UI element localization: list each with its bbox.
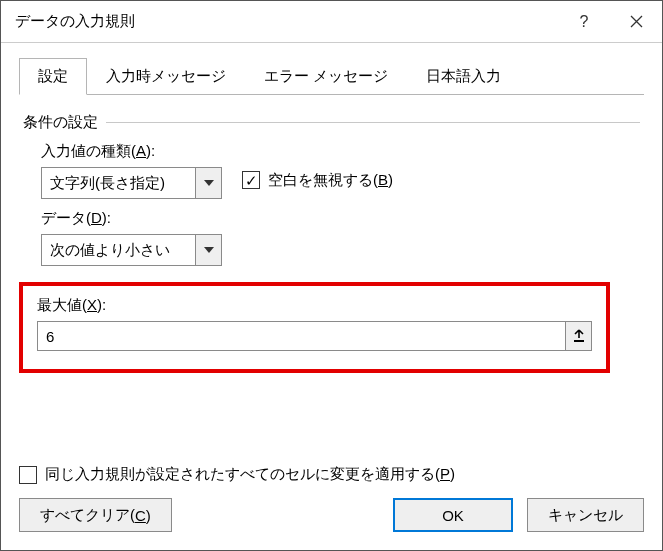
svg-rect-0 <box>574 340 584 342</box>
tab-error-alert[interactable]: エラー メッセージ <box>245 58 407 94</box>
titlebar: データの入力規則 ? <box>1 1 662 43</box>
close-button[interactable] <box>610 1 662 43</box>
max-label: 最大値(X): <box>37 296 106 313</box>
data-label: データ(D): <box>41 209 111 228</box>
data-select[interactable]: 次の値より小さい <box>41 234 640 266</box>
allow-select[interactable]: 文字列(長さ指定) <box>41 167 222 199</box>
checkbox-empty-icon <box>19 466 37 484</box>
apply-to-all-label: 同じ入力規則が設定されたすべてのセルに変更を適用する(P) <box>45 465 455 484</box>
range-picker-button[interactable] <box>566 321 592 351</box>
ok-button[interactable]: OK <box>393 498 513 532</box>
criteria-group-title: 条件の設定 <box>23 113 98 132</box>
chevron-down-icon <box>204 247 214 253</box>
dialog-footer: すべてクリア(C) OK キャンセル <box>1 484 662 550</box>
checkbox-icon <box>242 171 260 189</box>
allow-select-value: 文字列(長さ指定) <box>41 167 196 199</box>
data-validation-dialog: データの入力規則 ? 設定 入力時メッセージ エラー メッセージ 日本語入力 条… <box>0 0 663 551</box>
max-field-highlight: 最大値(X): <box>19 282 610 373</box>
dialog-title: データの入力規則 <box>15 12 558 31</box>
criteria-group: 条件の設定 入力値の種類(A): 文字列(長さ指定) <box>19 113 644 373</box>
clear-all-button[interactable]: すべてクリア(C) <box>19 498 172 532</box>
data-select-arrow[interactable] <box>196 234 222 266</box>
ignore-blank-label: 空白を無視する(B) <box>268 171 393 190</box>
tab-ime-mode[interactable]: 日本語入力 <box>407 58 520 94</box>
apply-to-all-checkbox[interactable]: 同じ入力規則が設定されたすべてのセルに変更を適用する(P) <box>19 465 644 484</box>
tab-bar: 設定 入力時メッセージ エラー メッセージ 日本語入力 <box>19 57 644 95</box>
help-button[interactable]: ? <box>558 1 610 43</box>
data-select-value: 次の値より小さい <box>41 234 196 266</box>
tab-input-message[interactable]: 入力時メッセージ <box>87 58 245 94</box>
tab-settings[interactable]: 設定 <box>19 58 87 95</box>
close-icon <box>630 15 643 28</box>
range-picker-icon <box>573 329 585 343</box>
allow-label: 入力値の種類(A): <box>41 142 155 161</box>
allow-select-arrow[interactable] <box>196 167 222 199</box>
chevron-down-icon <box>204 180 214 186</box>
cancel-button[interactable]: キャンセル <box>527 498 644 532</box>
group-divider <box>106 122 640 123</box>
max-input[interactable] <box>37 321 566 351</box>
dialog-body: 設定 入力時メッセージ エラー メッセージ 日本語入力 条件の設定 入力値の種類… <box>1 43 662 484</box>
ignore-blank-checkbox[interactable]: 空白を無視する(B) <box>242 171 393 190</box>
